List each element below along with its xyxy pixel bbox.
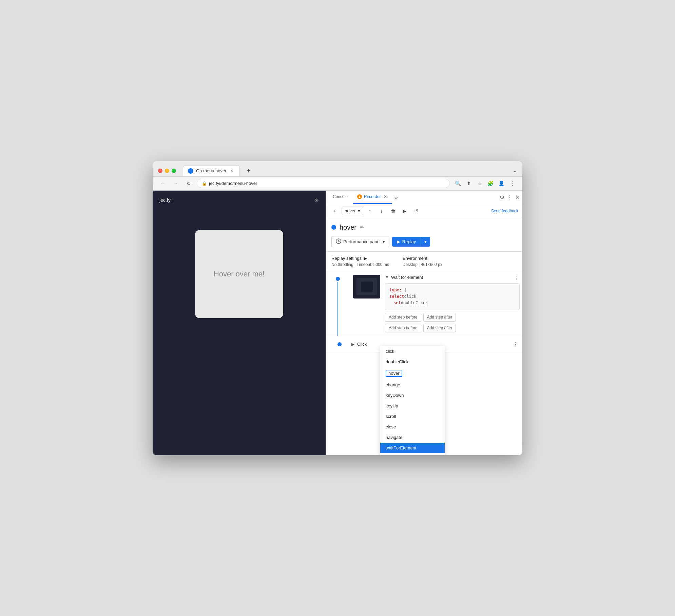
click-more-button[interactable]: ⋮ xyxy=(513,341,518,347)
replay-dropdown-arrow-icon: ▾ xyxy=(424,239,427,244)
forward-button[interactable]: → xyxy=(171,179,180,188)
replay-settings-label: Replay settings xyxy=(331,256,362,261)
import-icon: ↓ xyxy=(380,208,383,214)
environment-col: Environment Desktop | 461×660 px xyxy=(403,256,442,267)
dropdown-change-label: change xyxy=(386,382,400,387)
recording-name-dropdown[interactable]: hover ▾ xyxy=(342,207,363,215)
add-step-btn-3[interactable]: Add step before xyxy=(385,324,421,332)
dropdown-close-label: close xyxy=(386,424,396,429)
tab-chevron-icon[interactable]: ⌄ xyxy=(513,168,517,173)
dropdown-item-change[interactable]: change xyxy=(380,380,445,390)
export-button[interactable]: ↑ xyxy=(365,206,375,216)
dropdown-item-click[interactable]: click xyxy=(380,346,445,357)
add-step-after-button[interactable]: Add step after xyxy=(423,313,456,322)
dropdown-hover-label: hover xyxy=(386,370,402,377)
share-icon[interactable]: ⬆ xyxy=(464,179,474,188)
extensions-icon[interactable]: 🧩 xyxy=(486,179,495,188)
dropdown-item-waitforelement[interactable]: waitForElement xyxy=(380,443,445,453)
edit-name-icon[interactable]: ✏ xyxy=(360,225,364,230)
timeline-dot xyxy=(336,277,340,281)
dropdown-item-close[interactable]: close xyxy=(380,422,445,432)
add-btn-4-label: Add step after xyxy=(427,326,452,330)
active-tab[interactable]: On menu hover ✕ xyxy=(183,165,240,176)
tab-close-button[interactable]: ✕ xyxy=(229,168,235,174)
settings-values-row: No throttling | Timeout: 5000 ms xyxy=(331,262,389,267)
recording-status-dot xyxy=(331,225,336,230)
dropdown-item-scroll[interactable]: scroll xyxy=(380,411,445,422)
dropdown-item-keydown[interactable]: keyDown xyxy=(380,390,445,401)
minimize-button[interactable] xyxy=(165,169,169,173)
bookmark-icon[interactable]: ☆ xyxy=(475,179,484,188)
tab-favicon xyxy=(188,168,193,174)
profile-icon[interactable]: 👤 xyxy=(497,179,506,188)
dropdown-item-hover[interactable]: hover xyxy=(380,367,445,380)
timeline-item-wait: ▼ Wait for element ⋮ type: | selectclick… xyxy=(326,271,522,336)
lock-icon: 🔒 xyxy=(202,181,207,186)
refresh-button[interactable]: ↻ xyxy=(184,179,193,188)
import-button[interactable]: ↓ xyxy=(377,206,386,216)
undo-button[interactable]: ↺ xyxy=(411,206,421,216)
dropdown-keydown-label: keyDown xyxy=(386,393,404,398)
search-icon[interactable]: 🔍 xyxy=(453,179,463,188)
dropdown-item-waitforexpression[interactable]: waitForExpression xyxy=(380,453,445,455)
new-tab-button[interactable]: + xyxy=(244,166,253,175)
tab-console[interactable]: Console xyxy=(329,190,352,204)
perf-dropdown-arrow-icon: ▾ xyxy=(383,239,385,244)
devtools-close-icon[interactable]: ✕ xyxy=(515,194,520,200)
demo-card-text: Hover over me! xyxy=(214,270,265,278)
add-step-buttons-2: Add step before Add step after xyxy=(385,324,520,332)
menu-icon[interactable]: ⋮ xyxy=(507,179,517,188)
recorder-icon: ▲ xyxy=(357,194,362,199)
timeline-left xyxy=(326,271,350,336)
dropdown-waitforelement-label: waitForElement xyxy=(386,445,416,450)
add-step-buttons: Add step before Add step after xyxy=(385,313,520,322)
dropdown-item-navigate[interactable]: navigate xyxy=(380,432,445,443)
environment-heading: Environment xyxy=(403,256,427,261)
add-step-btn-4[interactable]: Add step after xyxy=(423,324,456,332)
environment-values-row: Desktop | 461×660 px xyxy=(403,262,442,267)
replay-settings-button[interactable]: Replay settings ▶ xyxy=(331,256,389,261)
step-title: Wait for element xyxy=(391,275,423,280)
more-tabs-button[interactable]: » xyxy=(393,194,399,200)
delete-icon: 🗑 xyxy=(391,208,396,214)
back-button[interactable]: ← xyxy=(158,179,168,188)
replay-dropdown-button[interactable]: ▾ xyxy=(421,237,430,247)
click-expand-icon[interactable]: ▶ xyxy=(351,342,354,347)
sel-key: sel xyxy=(393,301,401,305)
refresh-icon: ↻ xyxy=(187,180,191,187)
devtools-settings-icon[interactable]: ⚙ xyxy=(500,194,504,200)
performance-panel-button[interactable]: Performance panel ▾ xyxy=(331,236,389,247)
resolution-value: 461×660 px xyxy=(421,262,442,267)
tab-recorder[interactable]: ▲ Recorder ✕ xyxy=(353,190,392,204)
performance-panel-label: Performance panel xyxy=(343,239,381,244)
forward-icon: → xyxy=(173,180,178,186)
close-button[interactable] xyxy=(158,169,162,173)
delete-recording-button[interactable]: 🗑 xyxy=(388,206,398,216)
replay-button[interactable]: ▶ Replay xyxy=(392,237,421,247)
step-more-button[interactable]: ⋮ xyxy=(514,275,519,281)
type-dropdown: click doubleClick hover change keyDown xyxy=(380,346,445,455)
devtools-more-icon[interactable]: ⋮ xyxy=(507,194,513,200)
play-recording-button[interactable]: ▶ xyxy=(400,206,409,216)
recording-name-row: hover ✏ xyxy=(331,224,517,231)
recorder-tab-close-icon[interactable]: ✕ xyxy=(383,194,388,199)
throttling-value: No throttling xyxy=(331,262,353,267)
demo-card[interactable]: Hover over me! xyxy=(195,230,283,318)
dropdown-item-keyup[interactable]: keyUp xyxy=(380,401,445,411)
click-step-title: Click xyxy=(357,342,367,347)
code-editor: type: | selectclick seldoubleClick xyxy=(385,283,520,310)
send-feedback-link[interactable]: Send feedback xyxy=(491,209,518,213)
click-dot xyxy=(338,342,342,346)
address-input[interactable]: 🔒 jec.fyi/demo/menu-hover xyxy=(197,179,450,188)
traffic-lights xyxy=(158,169,176,173)
dropdown-doubleclick-label: doubleClick xyxy=(386,359,408,364)
back-icon: ← xyxy=(160,180,166,186)
type-key: type: xyxy=(389,288,404,292)
add-recording-button[interactable]: + xyxy=(330,206,340,216)
theme-toggle-icon[interactable]: ☀ xyxy=(314,197,319,204)
add-step-before-button[interactable]: Add step before xyxy=(385,313,421,322)
step-header: ▼ Wait for element xyxy=(385,275,520,280)
dropdown-item-doubleclick[interactable]: doubleClick xyxy=(380,357,445,367)
expand-arrow-icon[interactable]: ▼ xyxy=(385,275,389,280)
maximize-button[interactable] xyxy=(172,169,176,173)
